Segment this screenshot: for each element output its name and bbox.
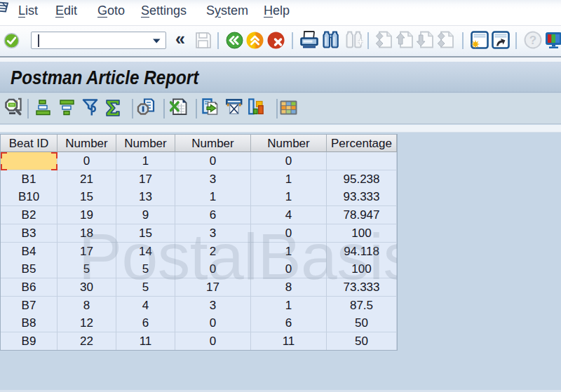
svg-text:?: ? [529,34,536,47]
